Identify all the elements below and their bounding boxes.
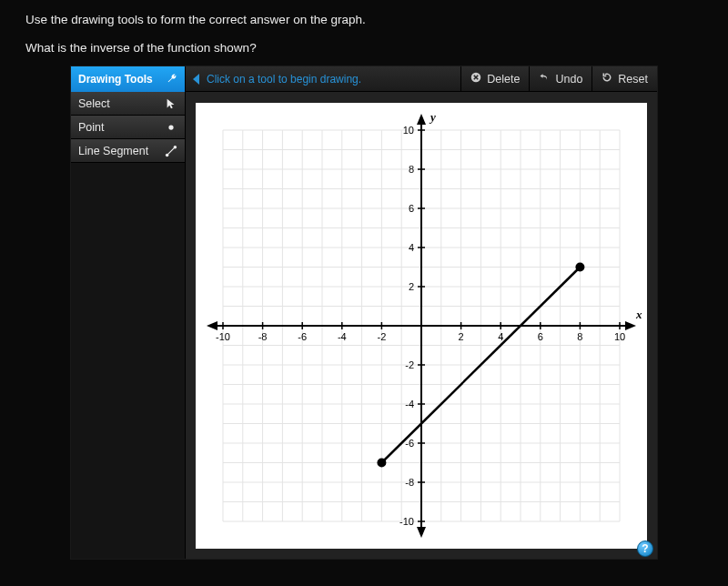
tool-point-label: Point (78, 121, 105, 134)
cursor-icon (165, 97, 177, 110)
svg-point-95 (377, 458, 386, 467)
reset-label: Reset (618, 73, 648, 86)
topbar: Drawing Tools Click on a tool to begin d… (71, 66, 657, 92)
svg-text:-8: -8 (258, 331, 268, 342)
svg-text:4: 4 (409, 242, 414, 253)
svg-text:8: 8 (577, 331, 582, 342)
svg-line-4 (167, 146, 176, 155)
svg-text:y: y (429, 110, 436, 124)
delete-icon (470, 72, 481, 86)
undo-button[interactable]: Undo (529, 66, 592, 91)
svg-text:-10: -10 (216, 331, 230, 342)
tool-select[interactable]: Select (71, 92, 185, 116)
graph-canvas[interactable]: -10-8-6-4-2246810-10-8-6-4-2246810xy ? (186, 92, 657, 559)
drawing-tools-label: Drawing Tools (78, 73, 153, 86)
svg-text:10: 10 (614, 331, 625, 342)
tool-panel: Select Point Line Segment (71, 92, 186, 559)
tool-point[interactable]: Point (71, 116, 185, 139)
svg-text:-4: -4 (405, 399, 414, 409)
svg-text:-2: -2 (378, 331, 387, 342)
svg-text:8: 8 (409, 164, 414, 175)
graph-widget: Drawing Tools Click on a tool to begin d… (70, 66, 658, 560)
svg-text:10: 10 (403, 125, 414, 136)
point-icon (165, 121, 177, 134)
svg-marker-51 (417, 114, 426, 125)
svg-text:-4: -4 (338, 331, 347, 342)
hint-text: Click on a tool to begin drawing. (207, 73, 361, 86)
svg-text:6: 6 (538, 331, 543, 342)
hint-bar: Click on a tool to begin drawing. (186, 66, 460, 91)
undo-icon (539, 72, 550, 86)
instruction-text: Use the drawing tools to form the correc… (25, 13, 703, 26)
svg-text:x: x (635, 308, 642, 321)
svg-text:-6: -6 (298, 331, 307, 342)
reset-button[interactable]: Reset (592, 66, 657, 91)
coordinate-plot[interactable]: -10-8-6-4-2246810-10-8-6-4-2246810xy (196, 103, 647, 549)
help-button[interactable]: ? (637, 541, 653, 557)
svg-marker-52 (417, 527, 426, 538)
tool-line-segment[interactable]: Line Segment (71, 139, 185, 163)
triangle-left-icon (193, 74, 199, 85)
tool-line-segment-label: Line Segment (78, 145, 148, 157)
delete-button[interactable]: Delete (460, 66, 529, 91)
svg-text:-10: -10 (399, 516, 414, 527)
wrench-icon (167, 73, 177, 86)
reset-icon (602, 72, 612, 86)
action-buttons: Delete Undo Reset (460, 66, 657, 91)
svg-text:2: 2 (409, 281, 414, 292)
svg-text:4: 4 (498, 331, 503, 342)
question-text: What is the inverse of the function show… (25, 41, 703, 55)
svg-text:6: 6 (409, 203, 414, 214)
undo-label: Undo (555, 73, 582, 86)
svg-point-96 (575, 262, 584, 271)
svg-marker-50 (207, 321, 217, 330)
drawing-tools-header: Drawing Tools (71, 66, 186, 92)
delete-label: Delete (487, 73, 520, 86)
svg-marker-49 (625, 321, 636, 330)
widget-body: Select Point Line Segment -10-8-6-4-2246… (71, 92, 657, 559)
page: Use the drawing tools to form the correc… (0, 0, 728, 560)
svg-text:-2: -2 (405, 359, 414, 370)
line-segment-icon (165, 145, 177, 157)
svg-text:2: 2 (459, 331, 464, 342)
svg-point-1 (168, 125, 173, 129)
tool-select-label: Select (78, 97, 110, 110)
svg-text:-8: -8 (405, 477, 414, 488)
